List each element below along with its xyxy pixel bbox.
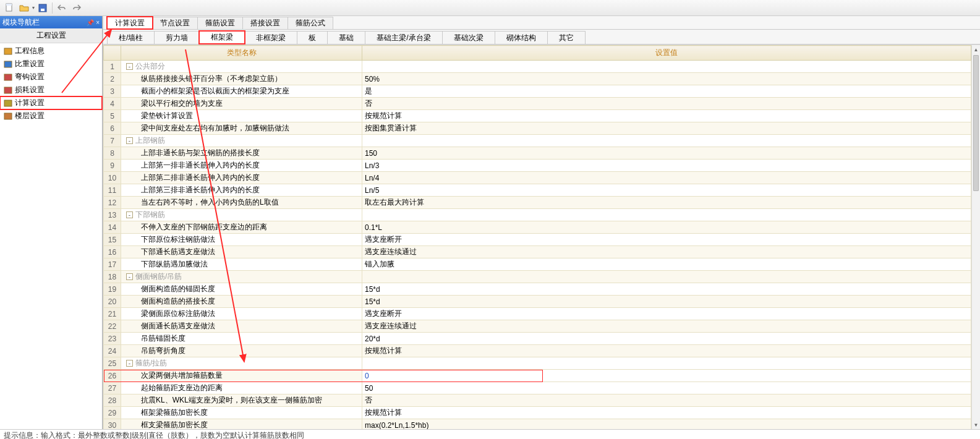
type-name-cell[interactable]: -上部钢筋 — [121, 135, 362, 147]
table-row[interactable]: 17下部纵筋遇加腋做法锚入加腋 — [104, 258, 971, 271]
tab-secondary-0[interactable]: 柱/墙柱 — [107, 31, 155, 44]
setting-value-cell[interactable]: Ln/3 — [362, 160, 971, 172]
nav-item-4[interactable]: 计算设置 — [0, 96, 102, 109]
type-name-cell[interactable]: 抗震KL、WKL端支座为梁时，则在该支座一侧箍筋加密 — [121, 394, 362, 407]
setting-value-cell[interactable]: Ln/4 — [362, 172, 971, 184]
collapse-toggle-icon[interactable]: - — [126, 273, 133, 280]
setting-value-cell[interactable]: 0 — [362, 370, 971, 382]
setting-value-cell[interactable]: 取左右最大跨计算 — [362, 197, 971, 209]
type-name-cell[interactable]: 侧面构造筋的搭接长度 — [121, 296, 362, 308]
table-row[interactable]: 28抗震KL、WKL端支座为梁时，则在该支座一侧箍筋加密否 — [104, 394, 971, 407]
setting-value-cell[interactable]: 按规范计算 — [362, 345, 971, 357]
type-name-cell[interactable]: 上部非通长筋与架立钢筋的搭接长度 — [121, 147, 362, 160]
table-row[interactable]: 20侧面构造筋的搭接长度15*d — [104, 296, 971, 308]
col-setting-value[interactable]: 设置值 — [362, 46, 971, 61]
collapse-toggle-icon[interactable]: - — [126, 63, 133, 70]
save-button[interactable] — [36, 1, 49, 15]
type-name-cell[interactable]: -箍筋/拉筋 — [121, 357, 362, 370]
setting-value-cell[interactable] — [362, 357, 971, 370]
scroll-down-arrow-icon[interactable]: ▼ — [972, 420, 980, 429]
setting-value-cell[interactable]: 15*d — [362, 296, 971, 308]
tab-secondary-6[interactable]: 基础主梁/承台梁 — [365, 31, 442, 44]
type-name-cell[interactable]: 下部原位标注钢筋做法 — [121, 234, 362, 246]
table-row[interactable]: 23吊筋锚固长度20*d — [104, 333, 971, 345]
project-settings-header[interactable]: 工程设置 — [0, 28, 102, 43]
setting-value-cell[interactable] — [362, 209, 971, 221]
setting-value-cell[interactable]: 遇支座断开 — [362, 234, 971, 246]
tab-primary-2[interactable]: 箍筋设置 — [197, 17, 243, 29]
table-row[interactable]: 7-上部钢筋 — [104, 135, 971, 147]
scroll-thumb[interactable] — [973, 55, 979, 191]
table-row[interactable]: 11上部第三排非通长筋伸入跨内的长度Ln/5 — [104, 184, 971, 197]
setting-value-cell[interactable]: 按图集贯通计算 — [362, 122, 971, 135]
setting-value-cell[interactable]: 遇支座连续通过 — [362, 320, 971, 333]
type-name-cell[interactable]: 截面小的框架梁是否以截面大的框架梁为支座 — [121, 85, 362, 98]
table-row[interactable]: 2纵筋搭接接头错开百分率（不考虑架立筋）50% — [104, 73, 971, 85]
tab-secondary-2[interactable]: 框架梁 — [199, 31, 245, 44]
setting-value-cell[interactable]: 遇支座断开 — [362, 308, 971, 320]
table-row[interactable]: 27起始箍筋距支座边的距离50 — [104, 382, 971, 394]
table-row[interactable]: 9上部第一排非通长筋伸入跨内的长度Ln/3 — [104, 160, 971, 172]
type-name-cell[interactable]: 上部第一排非通长筋伸入跨内的长度 — [121, 160, 362, 172]
tab-secondary-5[interactable]: 基础 — [327, 31, 365, 44]
table-row[interactable]: 18-侧面钢筋/吊筋 — [104, 271, 971, 283]
table-row[interactable]: 19侧面构造筋的锚固长度15*d — [104, 283, 971, 296]
type-name-cell[interactable]: 侧面通长筋遇支座做法 — [121, 320, 362, 333]
table-row[interactable]: 5梁垫铁计算设置按规范计算 — [104, 110, 971, 122]
tab-secondary-1[interactable]: 剪力墙 — [154, 31, 200, 44]
tab-primary-1[interactable]: 节点设置 — [152, 17, 198, 29]
type-name-cell[interactable]: -下部钢筋 — [121, 209, 362, 221]
col-type-name[interactable]: 类型名称 — [121, 46, 362, 61]
type-name-cell[interactable]: 次梁两侧共增加箍筋数量 — [121, 370, 362, 382]
scroll-up-arrow-icon[interactable]: ▲ — [972, 45, 980, 54]
type-name-cell[interactable]: 梁垫铁计算设置 — [121, 110, 362, 122]
collapse-toggle-icon[interactable]: - — [126, 211, 133, 218]
type-name-cell[interactable]: 下部纵筋遇加腋做法 — [121, 258, 362, 271]
table-row[interactable]: 13-下部钢筋 — [104, 209, 971, 221]
tab-primary-3[interactable]: 搭接设置 — [242, 17, 288, 29]
setting-value-cell[interactable]: 15*d — [362, 283, 971, 296]
setting-value-cell[interactable]: 150 — [362, 147, 971, 160]
redo-button[interactable] — [70, 1, 83, 15]
table-row[interactable]: 15下部原位标注钢筋做法遇支座断开 — [104, 234, 971, 246]
nav-item-0[interactable]: 工程信息 — [0, 45, 102, 58]
setting-value-cell[interactable]: 20*d — [362, 333, 971, 345]
type-name-cell[interactable]: -公共部分 — [121, 61, 362, 73]
vertical-scrollbar[interactable]: ▲ ▼ — [971, 45, 980, 429]
tab-secondary-3[interactable]: 非框架梁 — [244, 31, 297, 44]
type-name-cell[interactable]: 侧面构造筋的锚固长度 — [121, 283, 362, 296]
setting-value-cell[interactable]: 0.1*L — [362, 221, 971, 234]
table-row[interactable]: 3截面小的框架梁是否以截面大的框架梁为支座是 — [104, 85, 971, 98]
table-row[interactable]: 12当左右跨不等时，伸入小跨内负筋的L取值取左右最大跨计算 — [104, 197, 971, 209]
table-row[interactable]: 10上部第二排非通长筋伸入跨内的长度Ln/4 — [104, 172, 971, 184]
type-name-cell[interactable]: 上部第二排非通长筋伸入跨内的长度 — [121, 172, 362, 184]
setting-value-cell[interactable]: Ln/5 — [362, 184, 971, 197]
table-row[interactable]: 30框支梁箍筋加密长度max(0.2*Ln,1.5*hb) — [104, 419, 971, 430]
type-name-cell[interactable]: 框架梁箍筋加密长度 — [121, 407, 362, 419]
table-row[interactable]: 14不伸入支座的下部钢筋距支座边的距离0.1*L — [104, 221, 971, 234]
type-name-cell[interactable]: 梁以平行相交的墙为支座 — [121, 98, 362, 110]
nav-item-2[interactable]: 弯钩设置 — [0, 70, 102, 83]
table-row[interactable]: 16下部通长筋遇支座做法遇支座连续通过 — [104, 246, 971, 258]
collapse-toggle-icon[interactable]: - — [126, 137, 133, 144]
table-row[interactable]: 4梁以平行相交的墙为支座否 — [104, 98, 971, 110]
setting-value-cell[interactable]: 50% — [362, 73, 971, 85]
type-name-cell[interactable]: 梁中间支座处左右均有加腋时，加腋钢筋做法 — [121, 122, 362, 135]
type-name-cell[interactable]: -侧面钢筋/吊筋 — [121, 271, 362, 283]
table-row[interactable]: 22侧面通长筋遇支座做法遇支座连续通过 — [104, 320, 971, 333]
table-row[interactable]: 26次梁两侧共增加箍筋数量0 — [104, 370, 971, 382]
setting-value-cell[interactable]: 锚入加腋 — [362, 258, 971, 271]
collapse-toggle-icon[interactable]: - — [126, 360, 133, 367]
type-name-cell[interactable]: 吊筋锚固长度 — [121, 333, 362, 345]
new-doc-button[interactable] — [2, 1, 16, 15]
table-row[interactable]: 1-公共部分 — [104, 61, 971, 73]
setting-value-cell[interactable]: 否 — [362, 98, 971, 110]
undo-button[interactable] — [55, 1, 69, 15]
type-name-cell[interactable]: 不伸入支座的下部钢筋距支座边的距离 — [121, 221, 362, 234]
type-name-cell[interactable]: 框支梁箍筋加密长度 — [121, 419, 362, 430]
tab-primary-0[interactable]: 计算设置 — [107, 17, 153, 29]
tab-secondary-9[interactable]: 其它 — [547, 31, 586, 44]
setting-value-cell[interactable] — [362, 135, 971, 147]
type-name-cell[interactable]: 上部第三排非通长筋伸入跨内的长度 — [121, 184, 362, 197]
open-button[interactable] — [17, 1, 31, 15]
